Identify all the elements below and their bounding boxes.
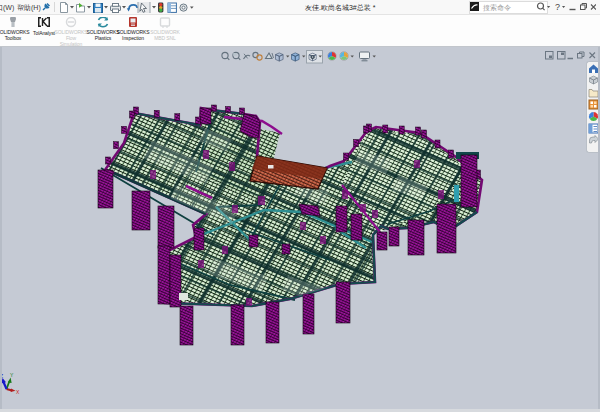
svg-text:X: X — [16, 389, 20, 395]
svg-text:Y: Y — [10, 373, 14, 378]
